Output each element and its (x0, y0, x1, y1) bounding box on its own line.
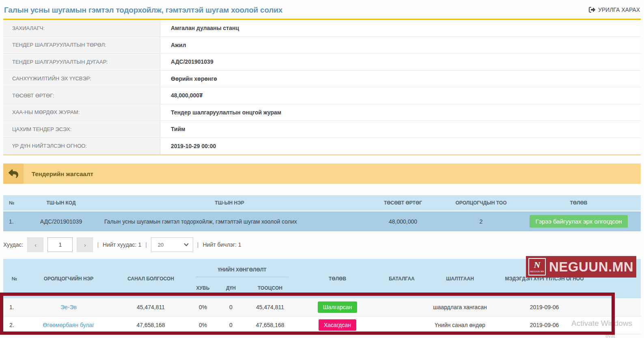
tender-code: АДС/201901039 (24, 211, 99, 231)
tender-details: ЗАХИАЛАГЧ: Амгалан дулааны станц ТЕНДЕР … (3, 20, 641, 155)
detail-value: 2019-10-29 00:00 (160, 138, 641, 155)
page-title: Галын усны шугамын гэмтэл тодорхойлж, гэ… (4, 6, 282, 15)
discount-percent: 0% (190, 316, 216, 334)
page-size-select[interactable]: 20 (151, 237, 193, 252)
calculated-price: 45,474,811 (246, 298, 294, 316)
detail-row: ЗАХИАЛАГЧ: Амгалан дулааны станц (3, 20, 641, 37)
discount-amount: 0 (216, 316, 246, 334)
prev-page-button[interactable]: ‹ (27, 237, 43, 252)
back-button[interactable] (3, 164, 24, 184)
page-size-value: 20 (158, 242, 164, 248)
detail-label: ТЕНДЕР ШАЛГАРУУЛАЛТЫН ДУГААР: (3, 54, 160, 70)
discount-percent: 0% (190, 298, 216, 316)
col-group-discount: ҮНИЙН ХӨНГӨЛӨЛТ (190, 259, 294, 280)
tender-budget: 48,000,000 (360, 211, 446, 231)
col-amount: ДҮН (216, 280, 246, 298)
col-calculated: ТООЦСОН (246, 280, 294, 298)
separator: | (145, 241, 147, 248)
detail-row: ЦАХИМ ТЕНДЕР ЭСЭХ: Тийм (3, 121, 641, 138)
discount-amount: 0 (216, 298, 246, 316)
tender-table-header-row: № ТШ-ЫН КОД ТШ-ЫН НЭР ТӨСӨВТ ӨРТӨГ ОРОЛЦ… (3, 195, 641, 211)
participant-link[interactable]: Эе-Эв (60, 304, 77, 310)
tender-detail-page: Галын усны шугамын гэмтэл тодорхойлж, гэ… (0, 0, 644, 338)
separator: | (97, 241, 99, 248)
detail-value: АДС/201901039 (160, 54, 641, 70)
detail-row: ТЕНДЕР ШАЛГАРУУЛАЛТЫН ДУГААР: АДС/201901… (3, 54, 641, 71)
total-pages-label: Нийт хуудас: 1 (103, 241, 141, 248)
row-num: 1. (3, 211, 24, 231)
col-offered: САНАЛ БОЛГОСОН (112, 259, 190, 298)
invitation-link-label: УРИЛГА ХАРАХ (598, 6, 640, 13)
notified-date: 2019-09-06 (497, 298, 592, 316)
detail-row: ТӨСӨВТ ӨРТӨГ: 48,000,000₮ (3, 87, 641, 104)
separator: | (197, 241, 199, 248)
col-code: ТШ-ЫН КОД (24, 195, 99, 211)
detail-label: ТЕНДЕР ШАЛГАРУУЛАЛТЫН ТӨРӨЛ: (3, 37, 160, 54)
col-status: ТӨЛӨВ (294, 259, 381, 298)
guarantee (381, 316, 423, 334)
col-percent: ХУВЬ (190, 280, 216, 298)
chevron-down-icon (184, 243, 189, 246)
detail-value: 48,000,000₮ (160, 87, 641, 104)
next-page-button[interactable]: › (77, 237, 93, 252)
col-name: ТШ-ЫН НЭР (99, 195, 360, 211)
tender-participants: 2 (446, 211, 517, 231)
detail-row: ҮР ДҮН НИЙТЭЛСЭН ОГНОО: 2019-10-29 00:00 (3, 138, 641, 155)
detail-row: ХАА-НЫ МӨРДӨХ ЖУРАМ: Тендер шалгаруулалт… (3, 104, 641, 121)
detail-value: Ажил (160, 37, 641, 54)
offered-price: 47,658,168 (112, 316, 190, 334)
col-num: № (3, 259, 26, 298)
table-row: 2. Өгөөмөрбаян булаг 47,658,168 0% 0 47,… (3, 316, 641, 334)
activate-windows-fragment: tivat (605, 333, 615, 338)
tender-table: № ТШ-ЫН КОД ТШ-ЫН НЭР ТӨСӨВТ ӨРТӨГ ОРОЛЦ… (3, 195, 641, 231)
participant-link[interactable]: Өгөөмөрбаян булаг (43, 322, 95, 328)
status-badge[interactable]: Гэрээ байгуулах эрх олгогдсон (530, 215, 627, 228)
col-status: ТӨЛӨВ (517, 195, 641, 211)
current-page-input[interactable] (47, 237, 73, 252)
tender-list-banner: Тендерийн жагсаалт (3, 164, 641, 184)
detail-value: Тийм (160, 121, 641, 138)
detail-value: Амгалан дулааны станц (160, 20, 641, 37)
detail-label: САНХҮҮЖИЛТИЙН ЭХ ҮҮСВЭР: (3, 71, 160, 87)
neguun-brand-text: NEGUUN.MN (549, 259, 633, 275)
detail-label: ЦАХИМ ТЕНДЕР ЭСЭХ: (3, 121, 160, 138)
status-badge: Шалгарсан (318, 301, 358, 313)
neguun-watermark: N NEGUUN.MN NEGUUN.MN (526, 256, 636, 278)
detail-label: ХАА-НЫ МӨРДӨХ ЖУРАМ: (3, 104, 160, 121)
detail-label: ҮР ДҮН НИЙТЭЛСЭН ОГНОО: (3, 138, 160, 155)
col-participants: ОРОЛЦОГЧДЫН ТОО (446, 195, 517, 211)
detail-value: Өөрийн хөрөнгө (160, 71, 641, 87)
invitation-link[interactable]: УРИЛГА ХАРАХ (589, 6, 640, 15)
status-badge: Хасагдсан (319, 319, 356, 331)
detail-label: ТӨСӨВТ ӨРТӨГ: (3, 87, 160, 104)
detail-value: Тендер шалгаруулалтын онцгой журам (160, 104, 641, 121)
col-guarantee: БАТАЛГАА (381, 259, 423, 298)
neguun-logo-caption: NEGUUN.MN (530, 270, 544, 273)
reply-arrow-icon (9, 169, 18, 179)
neguun-logo-letter: N (534, 261, 541, 269)
neguun-logo: N NEGUUN.MN (528, 258, 546, 276)
row-num: 1. (3, 298, 26, 316)
page-label: Хуудас: (3, 241, 23, 248)
guarantee (381, 298, 423, 316)
pagination: Хуудас: ‹ › | Нийт хуудас: 1 | 20 | Нийт… (3, 237, 641, 252)
col-num: № (3, 195, 24, 211)
activate-windows-text: Activate Windows (571, 319, 632, 328)
detail-row: САНХҮҮЖИЛТИЙН ЭХ ҮҮСВЭР: Өөрийн хөрөнгө (3, 71, 641, 88)
table-row: 1. Эе-Эв 45,474,811 0% 0 45,474,811 Шалг… (3, 298, 641, 316)
banner-title: Тендерийн жагсаалт (24, 164, 93, 184)
col-participant-name: ОРОЛЦОГЧИЙН НЭР (26, 259, 112, 298)
table-row: 1. АДС/201901039 Галын усны шугамын гэмт… (3, 211, 641, 231)
col-budget: ТӨСӨВТ ӨРТӨГ (360, 195, 446, 211)
reason: Үнийн санал өндөр (423, 316, 497, 334)
tender-name: Галын усны шугамын гэмтэл тодорхойлж, гэ… (99, 211, 360, 231)
sign-out-icon (589, 6, 595, 13)
spacer-cell (592, 298, 641, 316)
row-num: 2. (3, 316, 26, 334)
detail-label: ЗАХИАЛАГЧ: (3, 20, 160, 37)
calculated-price: 47,658,168 (246, 316, 294, 334)
col-reason: ШАЛТГААН (423, 259, 497, 298)
detail-row: ТЕНДЕР ШАЛГАРУУЛАЛТЫН ТӨРӨЛ: Ажил (3, 37, 641, 54)
total-records-label: Нийт бичлэг: 1 (202, 241, 241, 248)
page-header: Галын усны шугамын гэмтэл тодорхойлж, гэ… (3, 0, 641, 20)
